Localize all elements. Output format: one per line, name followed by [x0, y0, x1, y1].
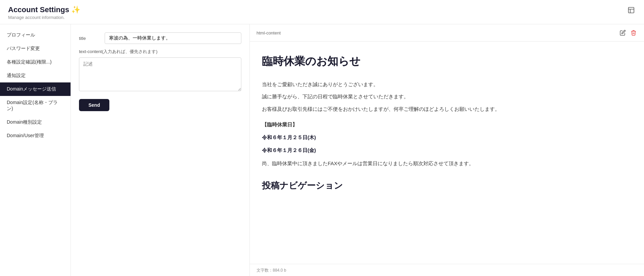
user-icon[interactable]: [626, 5, 636, 15]
title-row: title: [79, 32, 241, 44]
app-title: Account Settings ✨: [8, 5, 80, 14]
sidebar-item-profile[interactable]: プロフィール: [0, 28, 71, 42]
sidebar-item-password[interactable]: パスワード変更: [0, 42, 71, 55]
preview-para1: 当社をご愛顧いただき誠にありがとうございます。: [262, 80, 632, 89]
preview-note: 尚、臨時休業中に頂きましたFAXやメールは営業日になりましたら順次対応させて頂き…: [262, 159, 632, 168]
preview-content: 臨時休業のお知らせ 当社をご愛顧いただき誠にありがとうございます。 誠に勝手なが…: [250, 42, 644, 264]
preview-label: html-content: [257, 30, 281, 35]
sidebar-item-domain-message[interactable]: Domainメッセージ送信: [0, 82, 71, 96]
textarea-section: text-content(入力あれば、優先されます): [79, 49, 241, 92]
send-button[interactable]: Send: [79, 99, 109, 111]
preview-footer: 文字数：884.0 b: [250, 264, 644, 276]
delete-button[interactable]: [630, 29, 637, 36]
sidebar-item-notification[interactable]: 通知設定: [0, 69, 71, 82]
app-header: Account Settings ✨ Manage account inform…: [0, 0, 644, 24]
title-input[interactable]: [105, 32, 241, 44]
edit-button[interactable]: [619, 29, 626, 36]
title-label: title: [79, 36, 99, 41]
preview-para3: お客様及びお取引先様にはご不便をおかけいたしますが、何卒ご理解のほどよろしくお願…: [262, 105, 632, 114]
sidebar-item-settings-check[interactable]: 各種設定確認(権限...): [0, 55, 71, 69]
textarea-label: text-content(入力あれば、優先されます): [79, 49, 241, 55]
sidebar: プロフィール パスワード変更 各種設定確認(権限...) 通知設定 Domain…: [0, 24, 71, 276]
preview-para2: 誠に勝手ながら、下記の日程で臨時休業とさせていただきます。: [262, 92, 632, 101]
header-left: Account Settings ✨ Manage account inform…: [8, 5, 80, 20]
form-panel: title text-content(入力あれば、優先されます) Send: [71, 24, 250, 276]
preview-panel: html-content: [250, 24, 644, 276]
sidebar-item-domain-type[interactable]: Domain種別設定: [0, 116, 71, 129]
sparkle-icon: ✨: [71, 5, 80, 14]
preview-section-label: 【臨時休業日】: [262, 120, 632, 129]
preview-actions: [619, 29, 637, 36]
preview-heading: 臨時休業のお知らせ: [262, 52, 632, 71]
sidebar-item-domain-settings[interactable]: Domain設定(名称・プラン): [0, 96, 71, 116]
main-layout: プロフィール パスワード変更 各種設定確認(権限...) 通知設定 Domain…: [0, 24, 644, 276]
text-content-input[interactable]: [79, 57, 241, 91]
svg-rect-0: [628, 7, 634, 13]
preview-header: html-content: [250, 24, 644, 42]
preview-date2: 令和６年１月２６日(金): [262, 146, 632, 155]
preview-nav-heading: 投稿ナビゲーション: [262, 178, 632, 194]
preview-date1: 令和６年１月２５日(木): [262, 133, 632, 142]
app-subtitle: Manage account information.: [8, 15, 80, 20]
content-area: title text-content(入力あれば、優先されます) Send ht…: [71, 24, 644, 276]
sidebar-item-domain-user[interactable]: Domain/User管理: [0, 129, 71, 143]
title-text: Account Settings: [8, 5, 69, 14]
